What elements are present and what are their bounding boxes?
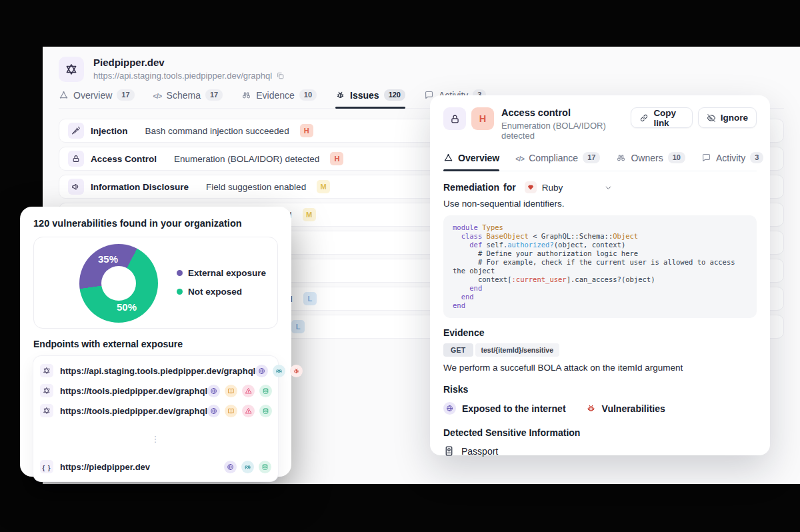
endpoints-list: https://api.staging.tools.piedpipper.dev… xyxy=(33,356,278,481)
tab-schema[interactable]: </> Schema 17 xyxy=(153,89,223,108)
warning-icon xyxy=(242,405,255,417)
legend-dot xyxy=(177,289,183,295)
api-url-text: https://api.staging.tools.piedpipper.dev… xyxy=(93,71,272,81)
binoculars-icon xyxy=(616,153,626,163)
vulnerabilities-card: 120 vulnerabilities found in your organi… xyxy=(20,207,291,477)
endpoint-badges xyxy=(224,461,271,473)
page-title: Piedpipper.dev xyxy=(93,57,285,69)
overview-icon xyxy=(443,153,453,163)
tab-icon: </> xyxy=(515,153,524,163)
issue-title: Access control xyxy=(501,107,631,118)
code-icon: </> xyxy=(515,153,524,163)
tab-icon xyxy=(335,90,345,100)
issue-detail-panel: H Access control Enumeration (BOLA/IDOR)… xyxy=(430,95,770,455)
lock-icon xyxy=(443,107,466,130)
donut-label-external: 35% xyxy=(98,253,118,265)
severity-badge: H xyxy=(300,124,313,137)
endpoint-type-icon xyxy=(40,404,53,417)
endpoint-row[interactable]: https://tools.piedpipper.dev/graphql xyxy=(40,381,271,401)
database-icon xyxy=(259,461,271,473)
braces-icon: { } xyxy=(42,461,51,473)
globe-icon xyxy=(255,365,268,377)
globe-icon xyxy=(443,402,456,415)
donut-chart: 35% 50% xyxy=(79,244,158,323)
tab-icon xyxy=(443,153,453,163)
http-method-badge: GET xyxy=(443,343,473,357)
category-icon xyxy=(68,123,84,139)
issue-subtitle: Enumeration (BOLA/IDOR) detected xyxy=(501,121,631,141)
remediation-hint: Use non-sequential identifiers. xyxy=(443,199,757,209)
syringe-icon xyxy=(71,126,81,135)
database-icon xyxy=(259,405,272,417)
bug-red-icon xyxy=(290,365,303,377)
lock-icon xyxy=(71,154,81,163)
bug-red-icon xyxy=(586,403,596,413)
legend-item: External exposure xyxy=(177,268,266,278)
remediation-row: Remediation for Ruby xyxy=(443,181,757,193)
database-icon xyxy=(259,385,272,397)
chart-legend: External exposure Not exposed xyxy=(177,268,266,297)
tab-icon: </> xyxy=(153,90,162,101)
copy-link-button[interactable]: Copy link xyxy=(631,107,692,128)
ignore-button[interactable]: Ignore xyxy=(698,107,757,128)
endpoint-type-icon xyxy=(40,364,53,377)
tab-activity[interactable]: Activity 3 xyxy=(701,152,763,171)
endpoint-row[interactable]: https://api.staging.tools.piedpipper.dev… xyxy=(40,361,271,381)
tab-icon xyxy=(616,153,626,163)
spider-icon xyxy=(273,365,285,377)
endpoint-badges xyxy=(207,405,272,417)
screenshot-stage: Piedpipper.dev https://api.staging.tools… xyxy=(0,0,800,532)
endpoint-badges xyxy=(207,385,272,397)
sensitive-info-heading: Detected Sensitive Information xyxy=(443,427,757,438)
panel-tab-bar: Overview </> Compliance 17 Owners 10 Act… xyxy=(443,152,757,171)
graphql-icon xyxy=(59,57,84,82)
passport-icon xyxy=(443,445,455,457)
tab-owners[interactable]: Owners 10 xyxy=(616,152,685,171)
severity-badge: M xyxy=(317,180,330,193)
exposure-donut-chart: 35% 50% External exposure Not exposed xyxy=(33,237,278,329)
severity-badge: H xyxy=(330,152,343,165)
category-icon xyxy=(68,151,84,167)
endpoint-row[interactable]: { } https://piedpipper.dev xyxy=(40,457,271,477)
legend-dot xyxy=(177,270,183,276)
code-icon: </> xyxy=(153,90,162,101)
tab-icon xyxy=(701,153,711,163)
tab-icon xyxy=(59,90,69,100)
ruby-gem-icon xyxy=(525,181,537,193)
severity-badge: L xyxy=(303,292,317,305)
donut-label-not-exposed: 50% xyxy=(117,301,137,313)
language-select[interactable]: Ruby xyxy=(525,181,613,193)
severity-badge: M xyxy=(303,208,316,221)
endpoint-path-badge: test/{itemId}/sensitive xyxy=(475,343,560,357)
remediation-code-block[interactable]: module Types class BaseObject < GraphQL:… xyxy=(443,215,757,318)
endpoint-type-icon: { } xyxy=(40,460,53,473)
globe-icon xyxy=(207,385,220,397)
severity-badge: L xyxy=(291,320,305,333)
tab-issues[interactable]: Issues 120 xyxy=(335,89,405,108)
tab-compliance[interactable]: </> Compliance 17 xyxy=(515,152,600,171)
api-url: https://api.staging.tools.piedpipper.dev… xyxy=(93,71,285,81)
category-icon xyxy=(68,179,84,195)
endpoints-title: Endpoints with external exposure xyxy=(33,339,278,349)
copy-icon[interactable] xyxy=(276,71,285,80)
globe-icon xyxy=(207,405,220,417)
megaphone-icon xyxy=(71,182,81,191)
book-icon xyxy=(225,405,237,417)
risk-item: Exposed to the internet xyxy=(443,402,566,415)
sensitive-info-item: Passport xyxy=(443,445,757,457)
severity-badge: H xyxy=(471,107,494,130)
endpoint-type-icon xyxy=(40,384,53,397)
endpoint-row[interactable]: https://tools.piedpipper.dev/graphql xyxy=(40,401,271,421)
spider-icon xyxy=(241,461,254,473)
app-header: Piedpipper.dev https://api.staging.tools… xyxy=(59,57,285,82)
eye-off-icon xyxy=(707,113,716,123)
book-icon xyxy=(225,385,237,397)
chat-icon xyxy=(701,153,711,163)
tab-overview[interactable]: Overview 17 xyxy=(59,89,135,108)
vulnerabilities-card-title: 120 vulnerabilities found in your organi… xyxy=(33,218,278,229)
tab-evidence[interactable]: Evidence 10 xyxy=(241,89,317,108)
more-items-indicator: ⋮ xyxy=(40,421,271,457)
tab-overview[interactable]: Overview xyxy=(443,152,499,171)
globe-icon xyxy=(224,461,237,473)
tab-icon xyxy=(241,90,251,100)
